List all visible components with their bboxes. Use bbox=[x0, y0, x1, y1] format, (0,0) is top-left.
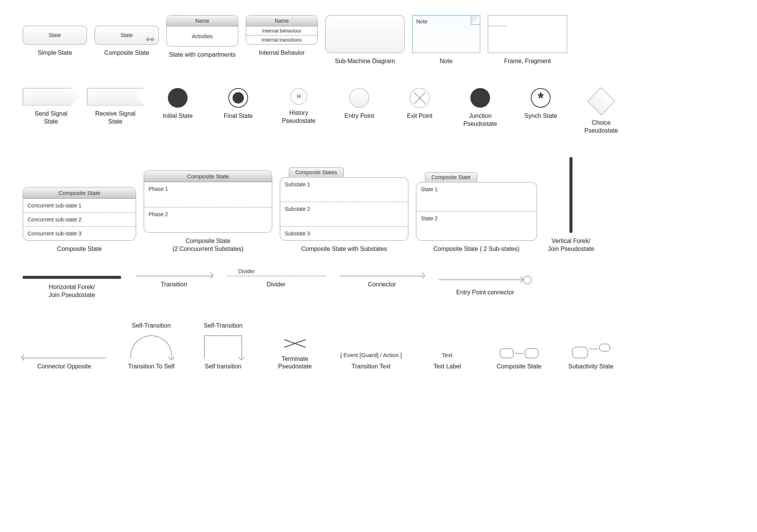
simple-state-text: State bbox=[49, 32, 61, 38]
composite-tab3-caption: Composite State with Substates bbox=[301, 245, 387, 253]
final-state-cell: Final State bbox=[212, 88, 265, 120]
initial-state-caption: Initial State bbox=[163, 112, 192, 120]
recv-signal-caption: Receive Signal State bbox=[95, 110, 136, 126]
synch-shape: * bbox=[531, 88, 551, 108]
composite-glyph-icon: ⊖-⊖ bbox=[146, 37, 154, 42]
composite-tab3-shape: Substate 1 Substate 2 Substate 3 bbox=[280, 177, 408, 241]
choice-shape bbox=[587, 87, 615, 115]
subactivity-cell: Subactivity State bbox=[565, 344, 617, 371]
transition-caption: Transition bbox=[161, 281, 187, 289]
self-trans-cell: Self-Transition Self transition bbox=[197, 322, 250, 371]
simple-state-cell: State Simple State bbox=[23, 26, 87, 57]
submachine-shape bbox=[325, 15, 405, 53]
mini-comp-box-left bbox=[500, 348, 513, 358]
choice-caption: Choice Pseudostate bbox=[585, 119, 618, 135]
to-self-cell: Self-Transition Transition To Self bbox=[125, 322, 178, 371]
history-letter: H bbox=[297, 93, 301, 99]
mini-composite-caption: Composite State bbox=[496, 363, 541, 371]
history-caption: History Pseudostate bbox=[282, 109, 316, 125]
composite-2-r1: Phase 1 bbox=[144, 182, 272, 207]
transition-arrow bbox=[136, 276, 212, 276]
composite-2-caption: Composite State (2 Concuurrent Substates… bbox=[172, 237, 244, 253]
terminate-cell: Terminate Pseudostate bbox=[268, 336, 321, 371]
synch-glyph: * bbox=[538, 90, 544, 105]
final-state-caption: Final State bbox=[224, 112, 253, 120]
exit-point-cell: Exit Point bbox=[393, 88, 446, 120]
entry-point-shape bbox=[349, 88, 369, 108]
composite-tab3-wrap: Composite States Substate 1 Substate 2 S… bbox=[280, 177, 408, 241]
divider-line bbox=[227, 276, 325, 276]
note-shape: Note bbox=[412, 15, 480, 53]
synch-caption: Synch State bbox=[524, 112, 557, 120]
composite-3-caption: Composite State bbox=[57, 245, 102, 253]
composite-state-small-text: State bbox=[121, 32, 133, 38]
history-cell: H History Pseudostate bbox=[272, 88, 325, 125]
internal-behavior-caption: Internal Behavior bbox=[259, 49, 305, 57]
compartments-shape: Name Activities bbox=[166, 15, 238, 46]
composite-tab2-wrap: Composite State State 1 State 2 bbox=[416, 182, 537, 241]
compartments-cell: Name Activities State with compartments bbox=[166, 15, 238, 59]
entry-point-caption: Entry Point bbox=[344, 112, 374, 120]
composite-3-title: Composite State bbox=[23, 187, 136, 199]
send-signal-caption: Send Signal State bbox=[35, 110, 67, 126]
terminate-caption: Terminate Pseudostate bbox=[278, 355, 312, 371]
entry-conn-caption: Entry Point connector bbox=[456, 289, 514, 297]
compartments-caption: State with compartments bbox=[169, 51, 236, 59]
conn-opp-cell: Connector Opposite bbox=[23, 358, 106, 371]
conn-opp-caption: Connector Opposite bbox=[37, 363, 91, 371]
trans-text-caption: Transition Text bbox=[352, 363, 391, 371]
final-state-shape bbox=[228, 88, 248, 108]
exit-point-shape bbox=[410, 88, 430, 108]
entry-conn-ring-icon bbox=[523, 276, 532, 284]
mini-composite-cell: Composite State bbox=[493, 348, 546, 371]
final-state-dot-icon bbox=[233, 92, 244, 104]
simple-state-shape: State bbox=[23, 26, 87, 45]
submachine-caption: Sub-Machine Diagram bbox=[335, 57, 395, 65]
choice-cell: Choice Pseudostate bbox=[575, 88, 628, 135]
trans-text-cell: [ Event [Guard] / Action ] Transition Te… bbox=[340, 352, 402, 371]
entry-conn-line bbox=[439, 280, 522, 280]
divider-caption: Divider bbox=[267, 281, 285, 289]
recv-signal-shape bbox=[87, 88, 144, 105]
transition-cell: Transition bbox=[136, 276, 212, 289]
composite-tab2-cell: Composite State State 1 State 2 Composit… bbox=[416, 172, 537, 253]
mini-comp-box-right bbox=[525, 348, 538, 358]
composite-3-cell: Composite State Concurrent sub-state 1 C… bbox=[23, 187, 136, 253]
terminate-shape bbox=[284, 336, 306, 351]
entry-point-connector bbox=[439, 276, 532, 284]
connector-caption: Connector bbox=[368, 281, 396, 289]
self-rect-arrow bbox=[204, 336, 242, 358]
submachine-cell: Sub-Machine Diagram bbox=[325, 15, 405, 65]
vbar-cell: Vertical Forek/ Join Pseudostate bbox=[544, 157, 597, 253]
composite-tab2-caption: Composite State ( 2 Sub-states) bbox=[433, 245, 520, 253]
internal-behavior-shape: Name Internal behaviour Internal transit… bbox=[246, 15, 318, 45]
transition-text-sample: [ Event [Guard] / Action ] bbox=[340, 352, 402, 358]
send-signal-shape bbox=[23, 88, 79, 105]
subactivity-shape bbox=[572, 344, 610, 358]
history-shape: H bbox=[290, 88, 307, 105]
vertical-fork-bar bbox=[569, 157, 572, 233]
entry-point-cell: Entry Point bbox=[333, 88, 386, 120]
note-caption: Note bbox=[440, 57, 453, 65]
mini-comp-link-icon bbox=[515, 353, 523, 354]
note-fold-icon bbox=[471, 15, 480, 25]
internal-behavior-line1: Internal behaviour bbox=[246, 26, 317, 36]
hbar-cell: Horizontal Forek/ Join Pseudostate bbox=[23, 276, 121, 299]
note-cell: Note Note bbox=[412, 15, 480, 65]
connector-opposite-arrow bbox=[23, 358, 106, 358]
composite-tab3-r1: Substate 1 bbox=[280, 178, 408, 202]
exit-point-caption: Exit Point bbox=[407, 112, 433, 120]
composite-tab2-tab: Composite State bbox=[425, 172, 477, 182]
composite-2-title: Composite State bbox=[144, 171, 272, 182]
recv-signal-cell: Receive Signal State bbox=[87, 88, 144, 126]
composite-tab2-shape: State 1 State 2 bbox=[416, 182, 537, 241]
subactivity-big-box bbox=[572, 347, 588, 358]
composite-tab3-r2: Substate 2 bbox=[280, 202, 408, 227]
composite-3-shape: Composite State Concurrent sub-state 1 C… bbox=[23, 187, 136, 241]
simple-state-caption: Simple State bbox=[38, 49, 72, 57]
initial-state-cell: Initial State bbox=[151, 88, 204, 120]
junction-cell: Junction Pseudostate bbox=[454, 88, 507, 128]
subactivity-link-icon bbox=[589, 349, 598, 350]
initial-state-shape bbox=[168, 88, 188, 108]
composite-tab3-cell: Composite States Substate 1 Substate 2 S… bbox=[280, 167, 408, 253]
